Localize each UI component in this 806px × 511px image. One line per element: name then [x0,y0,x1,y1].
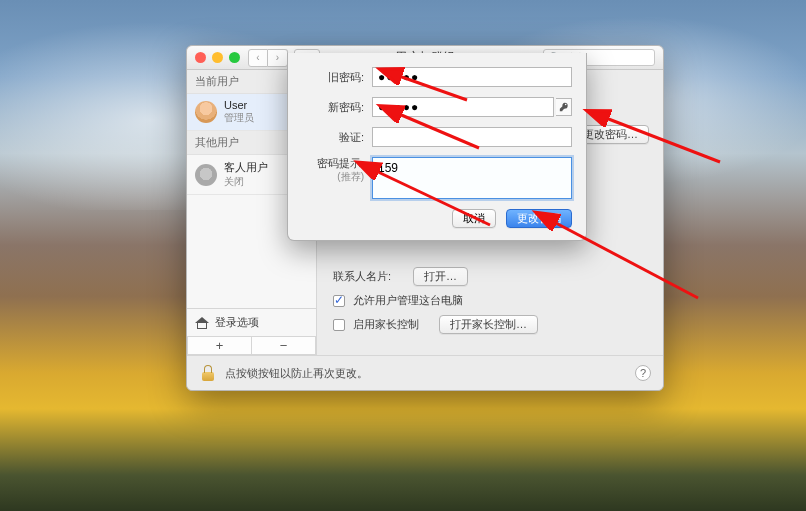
user-name: User [224,99,254,111]
add-user-button[interactable]: + [187,337,252,355]
allow-admin-label: 允许用户管理这台电脑 [353,293,463,308]
lock-text: 点按锁按钮以防止再次更改。 [225,366,368,381]
new-password-field[interactable]: ●●●●● [372,97,554,117]
login-options-row[interactable]: 登录选项 [187,308,316,337]
nav-buttons: ‹ › [248,49,288,67]
lock-icon[interactable] [199,364,217,382]
cancel-button[interactable]: 取消 [452,209,496,228]
open-contact-button[interactable]: 打开… [413,267,468,286]
user-role: 关闭 [224,175,268,189]
contact-card-label: 联系人名片: [333,269,391,284]
footer: 点按锁按钮以防止再次更改。 ? [187,355,663,390]
avatar [195,101,217,123]
confirm-change-password-button[interactable]: 更改密码 [506,209,572,228]
old-password-label: 旧密码: [302,70,372,85]
remove-user-button[interactable]: − [252,337,316,355]
verify-field[interactable] [372,127,572,147]
minimize-icon[interactable] [212,52,223,63]
old-password-field[interactable]: ●●●●● [372,67,572,87]
parental-checkbox[interactable] [333,319,345,331]
back-button[interactable]: ‹ [248,49,268,67]
zoom-icon[interactable] [229,52,240,63]
close-icon[interactable] [195,52,206,63]
allow-admin-checkbox[interactable] [333,295,345,307]
parental-label: 启用家长控制 [353,317,419,332]
new-password-label: 新密码: [302,100,372,115]
user-role: 管理员 [224,111,254,125]
preferences-window: ‹ › ▦▦ 用户与群组 🔍 搜索 当前用户 User 管理员 其他用户 客 [186,45,664,391]
add-remove-buttons: + − [187,337,316,355]
hint-field[interactable]: 159 [372,157,572,199]
change-password-sheet: 旧密码: ●●●●● 新密码: ●●●●● 验证: 密码提示:(推荐) 159 … [287,53,587,241]
parental-button[interactable]: 打开家长控制… [439,315,538,334]
login-options-label: 登录选项 [215,315,259,330]
verify-label: 验证: [302,130,372,145]
user-name: 客人用户 [224,160,268,175]
avatar [195,164,217,186]
house-icon [195,317,209,329]
forward-button[interactable]: › [268,49,288,67]
key-icon[interactable] [556,98,572,116]
hint-label: 密码提示:(推荐) [302,157,372,183]
help-button[interactable]: ? [635,365,651,381]
window-controls [195,52,240,63]
